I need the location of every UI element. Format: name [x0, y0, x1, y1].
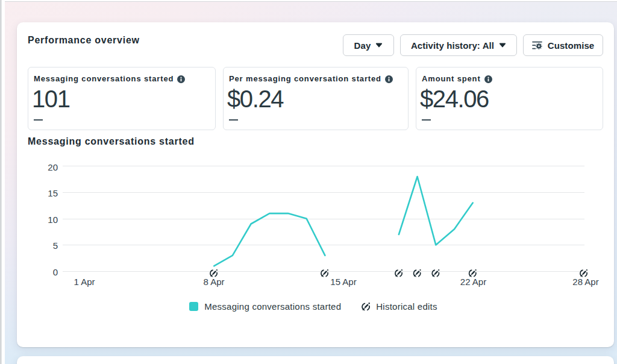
svg-text:1 Apr: 1 Apr — [74, 277, 95, 287]
svg-text:15 Apr: 15 Apr — [330, 277, 356, 287]
svg-text:5: 5 — [53, 240, 58, 251]
svg-text:0: 0 — [53, 267, 58, 277]
svg-text:15: 15 — [48, 188, 58, 198]
svg-text:22 Apr: 22 Apr — [460, 277, 486, 287]
svg-text:28 Apr: 28 Apr — [572, 277, 598, 287]
svg-text:8 Apr: 8 Apr — [203, 277, 224, 287]
svg-text:10: 10 — [48, 215, 58, 225]
svg-text:20: 20 — [48, 162, 58, 172]
